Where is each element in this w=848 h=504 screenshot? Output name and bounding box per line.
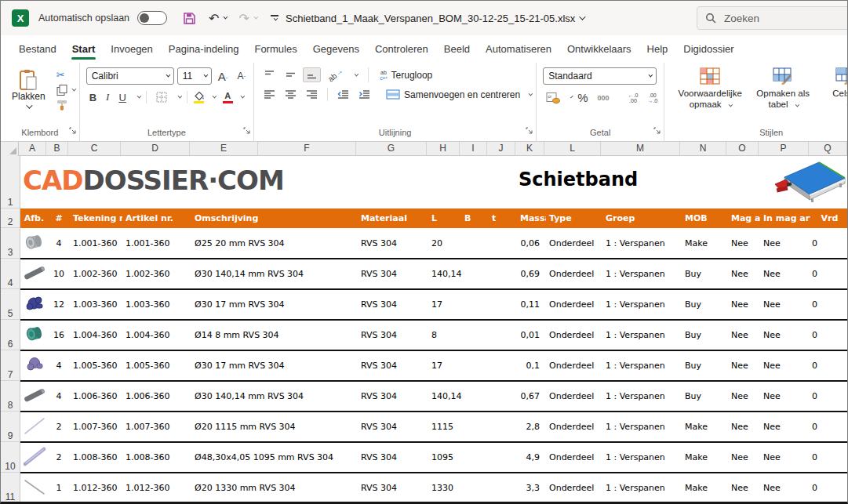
column-header-F[interactable]: F (258, 142, 356, 155)
getal-dialog-launcher[interactable] (653, 124, 661, 138)
bom-cell-type[interactable]: Onderdeel (546, 289, 602, 320)
column-header-E[interactable]: E (190, 142, 258, 155)
bom-cell-omschrijving[interactable]: Ø30 17 mm RVS 304 (191, 289, 358, 320)
bom-cell-qty[interactable]: 4 (48, 381, 70, 412)
column-header-M[interactable]: M (601, 142, 680, 155)
bom-cell-tekening-nr[interactable]: 1.001-360 (70, 228, 122, 259)
bom-cell-materiaal[interactable]: RVS 304 (358, 350, 428, 381)
bom-cell-artikel-nr[interactable]: 1.008-360 (122, 442, 191, 473)
bom-cell-qty[interactable]: 2 (48, 412, 70, 442)
underline-button[interactable]: U (115, 91, 129, 104)
bom-cell-l[interactable]: 17 (428, 289, 461, 320)
bom-cell-materiaal[interactable]: RVS 304 (358, 442, 428, 473)
increase-indent-button[interactable] (355, 87, 373, 102)
bom-cell-type[interactable]: Onderdeel (546, 412, 602, 442)
align-center-button[interactable] (282, 87, 300, 102)
bom-cell-qty[interactable]: 16 (48, 320, 70, 350)
row-header-4[interactable]: 4 (1, 259, 20, 289)
bom-cell-groep[interactable]: 1 : Verspanen (602, 473, 682, 502)
bom-cell-groep[interactable]: 1 : Verspanen (602, 289, 682, 320)
bom-cell-materiaal[interactable]: RVS 304 (358, 320, 428, 350)
row-header-10[interactable]: 10 (1, 442, 20, 473)
font-size-select[interactable]: 11 (177, 67, 212, 85)
row-header-7[interactable]: 7 (1, 350, 20, 381)
tab-help[interactable]: Help (640, 38, 675, 61)
part-wire-back-icon[interactable] (20, 473, 48, 502)
borders-chevron-icon[interactable] (177, 94, 182, 99)
row-header-8[interactable]: 8 (1, 381, 20, 412)
increase-font-button[interactable]: Aˆ (215, 69, 231, 84)
bom-cell-materiaal[interactable]: RVS 304 (358, 473, 428, 502)
column-header-O[interactable]: O (726, 142, 759, 155)
bom-header--[interactable]: # (48, 208, 70, 228)
bom-header-vrd[interactable]: Vrd (810, 208, 847, 228)
bom-cell-groep[interactable]: 1 : Verspanen (602, 228, 682, 259)
align-left-button[interactable] (260, 87, 278, 102)
bom-cell-artikel-nr[interactable]: 1.005-360 (122, 350, 191, 381)
bom-cell-b[interactable] (461, 259, 489, 289)
bom-cell-in-mag-art[interactable]: Nee (760, 259, 810, 289)
part-block-purple-icon[interactable] (20, 350, 48, 381)
part-block-navy-icon[interactable] (20, 289, 48, 320)
row-header-3[interactable]: 3 (1, 228, 20, 259)
bom-cell-mob[interactable]: Buy (682, 381, 728, 412)
bom-cell-type[interactable]: Onderdeel (546, 350, 602, 381)
uitlijning-dialog-launcher[interactable] (526, 124, 533, 138)
column-header-C[interactable]: C (68, 142, 121, 155)
bom-cell-in-mag-art[interactable]: Nee (760, 442, 810, 473)
bom-cell-l[interactable]: 140,14 (428, 381, 461, 412)
excel-app-icon[interactable]: X (12, 9, 29, 27)
tab-start[interactable]: Start (65, 38, 103, 61)
bom-cell-b[interactable] (461, 228, 489, 259)
column-header-N[interactable]: N (680, 142, 726, 155)
bom-cell-type[interactable]: Onderdeel (546, 473, 602, 502)
bom-cell-materiaal[interactable]: RVS 304 (358, 412, 428, 442)
row-header-5[interactable]: 5 (1, 289, 20, 320)
bom-cell-tekening-nr[interactable]: 1.012-360 (70, 473, 122, 502)
bom-cell-vrd[interactable]: 0 (810, 228, 847, 259)
bom-cell-materiaal[interactable]: RVS 304 (358, 381, 428, 412)
fill-color-chevron-icon[interactable] (212, 94, 217, 99)
bom-cell-in-mag-art[interactable]: Nee (760, 412, 810, 442)
bom-cell-b[interactable] (461, 412, 489, 442)
bom-cell-b[interactable] (461, 442, 489, 473)
format-as-table-button[interactable]: Opmaken als tabel (749, 67, 817, 110)
bom-cell-in-mag-art[interactable]: Nee (760, 320, 810, 350)
part-wire-thin-icon[interactable] (20, 412, 48, 442)
bom-cell-type[interactable]: Onderdeel (546, 320, 602, 350)
bom-cell-b[interactable] (461, 320, 489, 350)
orientation-button[interactable]: ab→ (324, 68, 347, 82)
align-right-button[interactable] (303, 87, 321, 102)
fill-color-button[interactable] (194, 92, 205, 103)
bom-cell-t[interactable] (489, 412, 517, 442)
bom-header-omschrijving[interactable]: Omschrijving (191, 208, 358, 228)
bom-cell-omschrijving[interactable]: Ø30 17 mm RVS 304 (191, 350, 358, 381)
bom-cell-vrd[interactable]: 0 (810, 473, 847, 502)
bom-cell-mag-art[interactable]: Nee (728, 228, 760, 259)
currency-chevron-icon[interactable] (570, 95, 573, 98)
bom-header-t[interactable]: t (489, 208, 517, 228)
undo-button[interactable]: ↶ (209, 11, 226, 26)
bom-cell-massa[interactable]: 2,8 (517, 412, 546, 442)
bom-cell-mag-art[interactable]: Nee (728, 412, 760, 442)
save-icon[interactable] (183, 12, 196, 25)
bom-cell-mag-art[interactable]: Nee (728, 442, 760, 473)
bom-cell-omschrijving[interactable]: Ø30 140,14 mm RVS 304 (191, 381, 358, 412)
paste-button[interactable]: Plakken (7, 67, 50, 111)
bom-cell-b[interactable] (461, 289, 489, 320)
bom-cell-mag-art[interactable]: Nee (728, 473, 760, 502)
bom-cell-in-mag-art[interactable]: Nee (760, 289, 810, 320)
bom-cell-qty[interactable]: 4 (48, 350, 70, 381)
bom-cell-omschrijving[interactable]: Ø14 8 mm RVS 304 (191, 320, 358, 350)
wrap-text-button[interactable]: abc↩ Terugloop (380, 70, 432, 81)
comma-style-button[interactable]: 000 (595, 93, 613, 103)
bom-cell-omschrijving[interactable]: Ø25 20 mm RVS 304 (191, 228, 358, 259)
bom-cell-type[interactable]: Onderdeel (546, 442, 602, 473)
bom-cell-groep[interactable]: 1 : Verspanen (602, 259, 682, 289)
bom-cell-qty[interactable]: 1 (48, 473, 70, 502)
bom-header-l[interactable]: L (428, 208, 461, 228)
redo-button[interactable]: ↷ (238, 11, 256, 26)
column-header-D[interactable]: D (121, 142, 190, 155)
bom-cell-t[interactable] (489, 350, 517, 381)
tab-bestand[interactable]: Bestand (12, 38, 64, 61)
